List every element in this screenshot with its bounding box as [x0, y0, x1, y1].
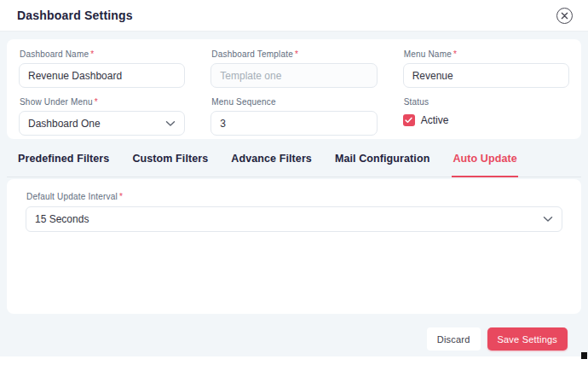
dashboard-name-input[interactable]: [19, 63, 185, 88]
field-menu-sequence: Menu Sequence: [210, 96, 377, 136]
status-label: Status: [404, 97, 569, 107]
active-checkbox-row[interactable]: Active: [403, 114, 569, 126]
chevron-down-icon: [165, 120, 176, 127]
tab-mail-configuration[interactable]: Mail Configuration: [334, 145, 431, 177]
dashboard-template-label: Dashboard Template*: [211, 49, 377, 59]
show-under-menu-label: Show Under Menu*: [20, 97, 185, 107]
close-button[interactable]: [556, 8, 573, 24]
field-show-under-menu: Show Under Menu* Dashboard One: [19, 96, 185, 136]
checkbox-checked-icon[interactable]: [403, 114, 415, 126]
required-marker: *: [295, 49, 298, 59]
save-settings-button[interactable]: Save Settings: [487, 327, 568, 351]
required-marker: *: [95, 97, 98, 107]
tab-custom-filters[interactable]: Custom Filters: [131, 145, 209, 177]
screen-corner-artifact: [581, 352, 587, 359]
chevron-down-icon: [543, 216, 553, 223]
menu-sequence-input[interactable]: [210, 111, 377, 136]
field-dashboard-template: Dashboard Template*: [210, 49, 377, 88]
required-marker: *: [119, 192, 123, 201]
required-marker: *: [453, 49, 457, 59]
menu-name-input[interactable]: [403, 63, 569, 88]
discard-button[interactable]: Discard: [427, 327, 481, 351]
show-under-menu-select[interactable]: Dashboard One: [19, 111, 185, 136]
dashboard-settings-modal: Dashboard Settings Dashboard Name* Dashb…: [0, 0, 588, 356]
menu-name-label: Menu Name*: [404, 49, 569, 59]
dashboard-name-label: Dashboard Name*: [20, 49, 185, 59]
show-under-menu-value: Dashboard One: [28, 118, 101, 130]
modal-title: Dashboard Settings: [17, 9, 133, 22]
auto-update-panel: Default Update Interval* 15 Seconds: [7, 179, 581, 314]
field-status: Status Active: [403, 96, 569, 136]
active-checkbox-label: Active: [421, 114, 449, 126]
tab-auto-update[interactable]: Auto Update: [452, 145, 517, 177]
modal-header: Dashboard Settings: [0, 0, 588, 32]
tab-advance-filters[interactable]: Advance Filters: [230, 145, 313, 177]
menu-sequence-label: Menu Sequence: [211, 97, 377, 107]
default-update-interval-select[interactable]: 15 Seconds: [26, 206, 562, 232]
close-icon: [561, 12, 568, 20]
default-update-interval-value: 15 Seconds: [35, 213, 89, 225]
footer-actions: Discard Save Settings: [427, 327, 568, 351]
field-menu-name: Menu Name*: [403, 49, 569, 88]
default-update-interval-label: Default Update Interval*: [26, 192, 562, 201]
dashboard-template-input[interactable]: [210, 63, 377, 88]
field-dashboard-name: Dashboard Name*: [19, 49, 185, 88]
tab-predefined-filters[interactable]: Predefined Filters: [17, 145, 110, 177]
field-default-update-interval: Default Update Interval* 15 Seconds: [26, 191, 562, 232]
dashboard-form-card: Dashboard Name* Dashboard Template* Menu…: [7, 39, 581, 139]
required-marker: *: [90, 49, 94, 59]
settings-tabs: Predefined Filters Custom Filters Advanc…: [7, 145, 581, 177]
